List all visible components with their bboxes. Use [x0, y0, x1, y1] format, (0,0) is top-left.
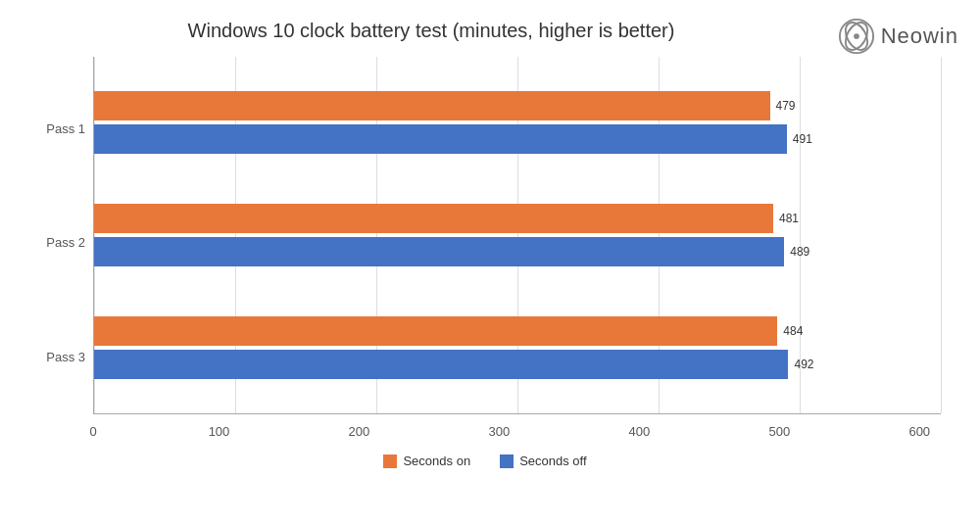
bar-pass3-orange: 484: [94, 316, 941, 346]
bar-fill-pass3-orange: [94, 316, 777, 346]
legend-label-seconds-off: Seconds off: [519, 454, 586, 468]
legend-swatch-blue: [500, 454, 514, 468]
bar-pass2-orange: 481: [94, 204, 941, 233]
bar-pass3-blue: 492: [94, 350, 941, 379]
bar-group-pass3: 484 492: [94, 316, 941, 379]
legend-item-orange: Seconds on: [383, 454, 470, 468]
legend-label-seconds-on: Seconds on: [403, 454, 470, 468]
x-label-0: 0: [89, 424, 96, 439]
y-label-pass1: Pass 1: [29, 121, 93, 136]
bar-pass1-orange: 479: [94, 91, 941, 120]
bar-label-pass1-orange: 479: [776, 99, 796, 113]
bar-group-pass1: 479 491: [94, 91, 941, 154]
x-label-300: 300: [489, 424, 511, 439]
bar-fill-pass1-orange: [94, 91, 770, 120]
svg-point-3: [854, 33, 859, 39]
bar-group-pass2: 481 489: [94, 204, 941, 266]
bar-fill-pass2-orange: [94, 204, 773, 233]
neowin-icon: [838, 18, 875, 55]
neowin-text: Neowin: [881, 24, 958, 49]
y-label-pass2: Pass 2: [29, 235, 93, 250]
y-label-pass3: Pass 3: [29, 350, 93, 364]
bar-label-pass2-orange: 481: [779, 212, 799, 225]
bar-label-pass3-orange: 484: [783, 324, 803, 338]
bar-fill-pass3-blue: [94, 350, 788, 379]
bar-label-pass2-blue: 489: [790, 245, 809, 259]
x-label-200: 200: [349, 424, 370, 439]
bar-fill-pass1-blue: [94, 124, 787, 154]
bar-label-pass3-blue: 492: [795, 358, 814, 371]
x-label-500: 500: [768, 424, 790, 439]
chart-container: Windows 10 clock battery test (minutes, …: [0, 0, 980, 526]
x-label-600: 600: [908, 424, 930, 439]
bar-fill-pass2-blue: [94, 237, 784, 266]
x-label-100: 100: [209, 424, 230, 439]
chart-title: Windows 10 clock battery test (minutes, …: [20, 20, 960, 42]
bar-pass2-blue: 489: [94, 237, 941, 266]
bar-pass1-blue: 491: [94, 124, 941, 154]
neowin-logo: Neowin: [838, 18, 958, 55]
legend-item-blue: Seconds off: [500, 454, 586, 468]
x-label-400: 400: [628, 424, 650, 439]
legend-swatch-orange: [383, 454, 397, 468]
bar-label-pass1-blue: 491: [793, 132, 812, 146]
legend: Seconds on Seconds off: [29, 454, 941, 468]
